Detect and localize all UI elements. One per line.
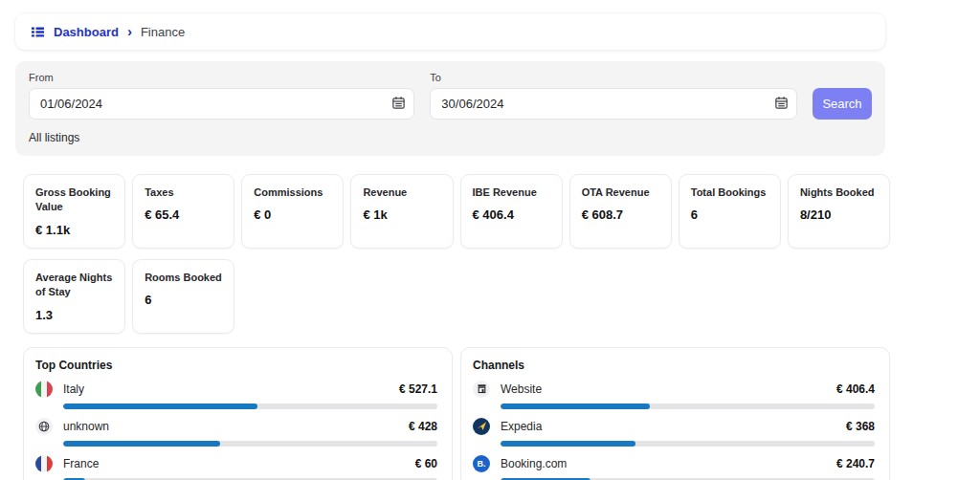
kpi-label: Nights Booked [800, 185, 878, 200]
kpi-value: € 65.4 [145, 207, 222, 222]
all-listings-label: All listings [29, 131, 872, 144]
to-date-input[interactable] [430, 88, 797, 120]
panel-title: Channels [473, 359, 875, 372]
finance-dashboard-page: Dashboard › Finance From [0, 0, 980, 480]
kpi-value: 6 [145, 293, 222, 307]
kpi-value: 8/210 [800, 207, 878, 222]
channel-label: Expedia [501, 420, 542, 433]
channel-value: € 240.7 [836, 457, 875, 470]
to-label: To [430, 72, 797, 83]
kpi-value: € 406.4 [473, 207, 550, 222]
kpi-value: € 0 [254, 207, 331, 222]
channel-value: € 368 [846, 420, 875, 433]
breadcrumb: Dashboard › Finance [15, 13, 885, 50]
kpi-card-commissions: Commissions € 0 [241, 174, 344, 249]
website-icon [473, 381, 490, 398]
kpi-label: Taxes [145, 185, 222, 200]
filter-panel: From To [15, 61, 885, 156]
kpi-label: Average Nights of Stay [35, 271, 113, 300]
kpi-card-gross-booking-value: Gross Booking Value € 1.1k [23, 174, 125, 249]
country-value: € 60 [415, 457, 437, 470]
channel-label: Booking.com [501, 457, 567, 470]
country-row-france: France € 60 [35, 455, 437, 480]
country-row-italy: Italy € 527.1 [35, 381, 437, 409]
top-countries-panel: Top Countries Italy € 527.1 [23, 347, 453, 480]
channel-value: € 406.4 [836, 382, 875, 396]
kpi-value: 1.3 [35, 308, 113, 322]
chevron-right-icon: › [127, 24, 132, 38]
kpi-card-ibe-revenue: IBE Revenue € 406.4 [460, 174, 563, 249]
channel-row-website: Website € 406.4 [473, 381, 875, 409]
progress-bar-fill [501, 441, 635, 447]
progress-bar-fill [501, 404, 650, 409]
bottom-panels: Top Countries Italy € 527.1 [23, 347, 890, 480]
progress-bar [501, 404, 875, 409]
kpi-card-nights-booked: Nights Booked 8/210 [788, 174, 890, 249]
breadcrumb-current-finance: Finance [141, 25, 185, 39]
kpi-card-taxes: Taxes € 65.4 [132, 174, 234, 249]
kpi-label: Commissions [254, 185, 331, 200]
france-flag-icon [35, 455, 53, 472]
kpi-card-total-bookings: Total Bookings 6 [679, 174, 781, 249]
expedia-icon [473, 418, 490, 435]
kpi-card-rooms-booked: Rooms Booked 6 [132, 259, 234, 334]
kpi-label: Revenue [363, 185, 440, 200]
italy-flag-icon [35, 381, 53, 398]
globe-icon [35, 418, 53, 435]
progress-bar [63, 404, 437, 409]
country-row-unknown: unknown € 428 [35, 418, 437, 447]
panel-title: Top Countries [35, 359, 437, 372]
progress-bar-fill [63, 441, 220, 447]
from-date-input[interactable] [29, 88, 414, 120]
kpi-card-average-nights-of-stay: Average Nights of Stay 1.3 [23, 259, 125, 334]
kpi-label: Total Bookings [691, 185, 768, 200]
country-label: unknown [63, 420, 109, 433]
search-button[interactable]: Search [813, 88, 872, 120]
kpi-grid: Gross Booking Value € 1.1k Taxes € 65.4 … [23, 174, 890, 334]
calendar-icon[interactable] [391, 96, 406, 114]
kpi-label: OTA Revenue [582, 185, 659, 200]
channel-row-expedia: Expedia € 368 [473, 418, 875, 447]
from-label: From [29, 72, 414, 83]
progress-bar [63, 441, 437, 447]
kpi-card-revenue: Revenue € 1k [350, 174, 453, 249]
channel-label: Website [501, 382, 542, 396]
country-label: France [63, 457, 99, 470]
kpi-value: 6 [691, 207, 768, 222]
list-icon [31, 25, 45, 39]
booking-com-icon: B. [473, 455, 490, 472]
country-value: € 527.1 [399, 382, 437, 396]
kpi-card-ota-revenue: OTA Revenue € 608.7 [569, 174, 672, 249]
calendar-icon[interactable] [774, 96, 789, 114]
channels-panel: Channels Website € 406.4 [460, 347, 890, 480]
country-label: Italy [63, 382, 84, 396]
kpi-label: Rooms Booked [145, 271, 222, 285]
kpi-label: Gross Booking Value [35, 185, 113, 215]
channel-row-booking: B. Booking.com € 240.7 [473, 455, 875, 480]
kpi-value: € 1.1k [35, 223, 113, 237]
kpi-value: € 608.7 [582, 207, 659, 222]
country-value: € 428 [409, 420, 437, 433]
breadcrumb-link-dashboard[interactable]: Dashboard [54, 25, 119, 39]
progress-bar [501, 441, 875, 447]
progress-bar-fill [63, 404, 257, 409]
kpi-label: IBE Revenue [473, 185, 550, 200]
kpi-value: € 1k [363, 207, 440, 222]
